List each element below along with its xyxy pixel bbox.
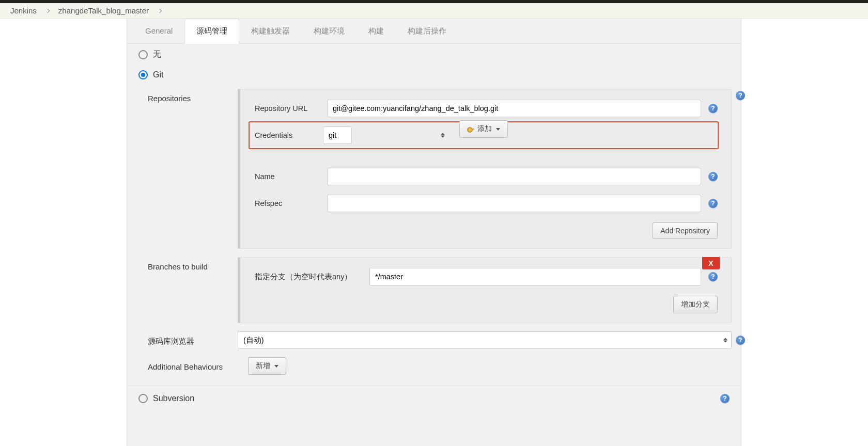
help-icon[interactable]: ? — [708, 272, 718, 281]
chevron-right-icon — [45, 8, 50, 12]
breadcrumb-root[interactable]: Jenkins — [10, 6, 37, 15]
scm-option-git[interactable]: Git — [127, 65, 741, 85]
add-branch-button[interactable]: 增加分支 — [673, 296, 718, 313]
add-behaviour-text: 新增 — [256, 361, 270, 371]
refspec-label: Refspec — [255, 199, 321, 208]
add-branch-text: 增加分支 — [681, 300, 710, 309]
tab-env[interactable]: 构建环境 — [302, 19, 357, 43]
repo-name-input[interactable] — [327, 168, 701, 185]
tab-triggers[interactable]: 构建触发器 — [239, 19, 302, 43]
credentials-select[interactable]: git — [323, 126, 352, 144]
repositories-section: Repositories ? Repository URL ? Credenti… — [127, 85, 741, 253]
repo-name-label: Name — [255, 172, 321, 181]
refspec-input[interactable] — [327, 195, 701, 212]
scm-option-subversion[interactable]: Subversion ? — [127, 385, 741, 408]
help-icon[interactable]: ? — [736, 336, 745, 345]
chevron-right-icon — [158, 8, 162, 12]
add-cred-text: 添加 — [477, 124, 492, 134]
repo-browser-select[interactable]: (自动) — [238, 331, 732, 349]
repo-url-input[interactable] — [327, 100, 701, 117]
additional-section: Additional Behaviours 新增 — [127, 353, 741, 379]
scm-option-none[interactable]: 无 — [127, 44, 741, 65]
scm-none-label: 无 — [153, 49, 161, 60]
tab-scm[interactable]: 源码管理 — [184, 19, 239, 44]
repositories-label: Repositories — [148, 89, 230, 103]
scm-git-label: Git — [153, 70, 163, 79]
branch-block: X 指定分支（为空时代表any） ? 增加分支 — [238, 257, 732, 323]
branch-spec-row: 指定分支（为空时代表any） ? — [255, 268, 718, 285]
help-icon[interactable]: ? — [736, 91, 745, 100]
repo-browser-label: 源码库浏览器 — [148, 331, 230, 346]
caret-down-icon — [274, 365, 278, 368]
radio-none[interactable] — [138, 50, 148, 59]
page-container: General 源码管理 构建触发器 构建环境 构建 构建后操作 源码管理 无 … — [0, 19, 868, 446]
repo-name-row: Name ? — [255, 168, 718, 185]
repository-block: Repository URL ? Credentials git — [238, 89, 732, 249]
help-icon[interactable]: ? — [708, 172, 718, 181]
repo-block-footer: Add Repository — [255, 222, 718, 239]
body-area: 源码管理 无 Git Repositories ? Repository URL — [127, 38, 741, 419]
breadcrumb: Jenkins zhangdeTalk_blog_master — [0, 3, 868, 19]
content-panel: General 源码管理 构建触发器 构建环境 构建 构建后操作 源码管理 无 … — [127, 19, 741, 446]
repo-url-row: Repository URL ? — [255, 100, 718, 117]
help-icon[interactable]: ? — [720, 394, 730, 403]
credentials-label: Credentials — [255, 131, 317, 139]
tab-post[interactable]: 构建后操作 — [396, 19, 458, 43]
select-arrows-icon — [441, 133, 445, 138]
key-icon — [467, 126, 474, 132]
credentials-add-row: 添加 — [459, 120, 508, 138]
add-credentials-button[interactable]: 添加 — [459, 120, 508, 138]
repo-browser-section: 源码库浏览器 ? (自动) — [127, 327, 741, 353]
branches-section: Branches to build X 指定分支（为空时代表any） ? 增加分… — [127, 253, 741, 327]
add-repository-button[interactable]: Add Repository — [653, 222, 718, 239]
tab-general[interactable]: General — [133, 19, 184, 43]
radio-git[interactable] — [138, 70, 148, 79]
add-repo-text: Add Repository — [660, 227, 710, 235]
branch-spec-label: 指定分支（为空时代表any） — [255, 272, 363, 282]
branches-label: Branches to build — [148, 257, 230, 271]
tab-build[interactable]: 构建 — [357, 19, 396, 43]
additional-label: Additional Behaviours — [148, 357, 241, 371]
repo-url-label: Repository URL — [255, 104, 321, 113]
radio-subversion[interactable] — [138, 394, 148, 403]
scm-subversion-label: Subversion — [153, 394, 194, 403]
help-icon[interactable]: ? — [708, 199, 718, 208]
refspec-row: Refspec ? — [255, 195, 718, 212]
breadcrumb-job[interactable]: zhangdeTalk_blog_master — [58, 6, 149, 15]
config-tabs: General 源码管理 构建触发器 构建环境 构建 构建后操作 — [127, 19, 741, 44]
branch-spec-input[interactable] — [369, 268, 701, 285]
help-icon[interactable]: ? — [708, 104, 718, 113]
caret-down-icon — [496, 128, 500, 131]
branch-block-footer: 增加分支 — [255, 296, 718, 313]
add-behaviour-button[interactable]: 新增 — [248, 357, 286, 375]
